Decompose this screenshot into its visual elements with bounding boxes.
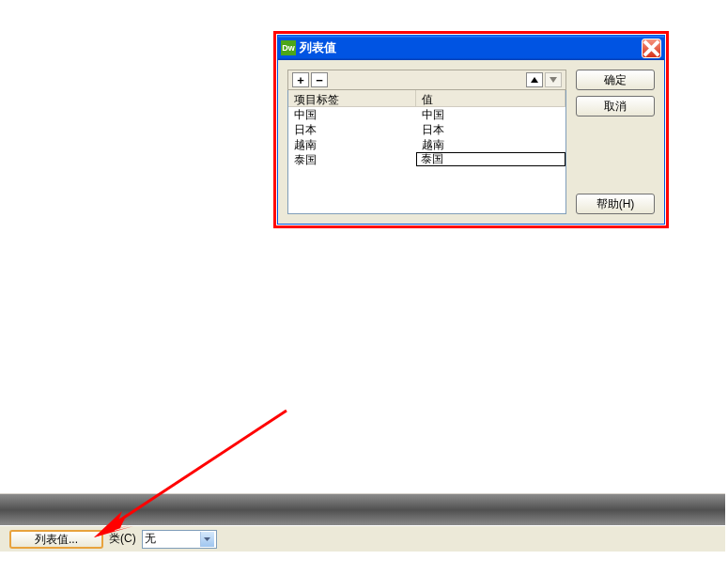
cell-value[interactable]: 越南	[416, 137, 565, 152]
column-header-value[interactable]: 值	[416, 90, 565, 106]
move-down-button	[545, 72, 562, 87]
cell-label[interactable]: 日本	[288, 122, 416, 137]
dialog-buttons: 确定 取消 帮助(H)	[576, 70, 655, 214]
triangle-up-icon	[530, 75, 539, 85]
table-row[interactable]: 日本 日本	[288, 122, 565, 137]
ok-button[interactable]: 确定	[576, 70, 655, 90]
cell-value[interactable]: 日本	[416, 122, 565, 137]
dialog-body: + − 项目标签 值 中国 中国	[278, 60, 664, 224]
class-select-value: 无	[145, 531, 156, 547]
dialog-title: 列表值	[300, 39, 642, 56]
cell-label[interactable]: 泰国	[288, 152, 416, 167]
list-panel: + − 项目标签 值 中国 中国	[287, 70, 566, 214]
table-row[interactable]: 泰国 泰国	[288, 152, 565, 167]
cell-value[interactable]: 中国	[416, 107, 565, 122]
cancel-button[interactable]: 取消	[576, 96, 655, 117]
cell-label[interactable]: 越南	[288, 137, 416, 152]
tag-bar	[0, 495, 725, 525]
cell-label[interactable]: 中国	[288, 107, 416, 122]
chevron-down-icon	[204, 537, 210, 541]
titlebar[interactable]: Dw 列表值	[278, 36, 664, 60]
class-label: 类(C)	[109, 531, 136, 547]
cell-value-editing[interactable]: 泰国	[416, 152, 565, 166]
list-container: 项目标签 值 中国 中国 日本 日本 越南 越南	[287, 90, 566, 214]
class-select[interactable]: 无	[142, 530, 217, 549]
triangle-down-icon	[549, 75, 558, 85]
list-toolbar: + −	[287, 70, 566, 90]
add-button[interactable]: +	[292, 72, 309, 87]
list-header: 项目标签 值	[288, 90, 565, 107]
property-inspector: 列表值... 类(C) 无	[0, 525, 725, 552]
table-row[interactable]: 越南 越南	[288, 137, 565, 152]
app-icon: Dw	[281, 40, 296, 55]
close-button[interactable]	[642, 39, 661, 58]
list-values-button[interactable]: 列表值...	[9, 530, 103, 549]
move-up-button[interactable]	[526, 72, 543, 87]
remove-button[interactable]: −	[311, 72, 328, 87]
list-values-dialog: Dw 列表值 + − 项目标签 值	[277, 35, 665, 225]
table-row[interactable]: 中国 中国	[288, 107, 565, 122]
column-header-label[interactable]: 项目标签	[288, 90, 416, 106]
list-rows: 中国 中国 日本 日本 越南 越南 泰国 泰国	[288, 107, 565, 167]
close-icon	[643, 39, 660, 57]
dropdown-arrow[interactable]	[200, 532, 214, 547]
help-button[interactable]: 帮助(H)	[576, 194, 655, 214]
